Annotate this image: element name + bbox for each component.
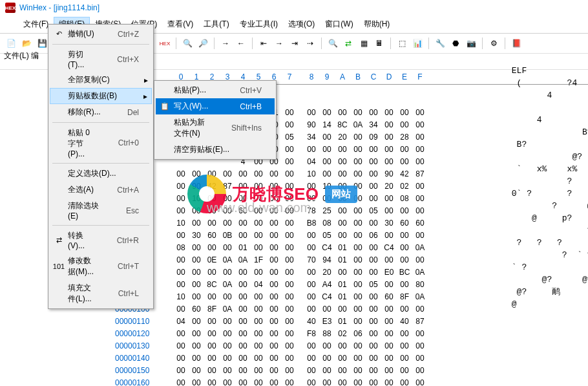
submenu-item[interactable]: 清空剪贴板(E)... (156, 142, 275, 158)
hex-row[interactable]: 0000016000000000000000000000000000000000 (115, 377, 588, 386)
ascii-panel: ELF ( ?4 4 ( 4 B? B? @? ` x% x% ? 0` 0` … (507, 65, 588, 359)
tool1-icon[interactable]: 🔧 (433, 36, 447, 50)
settings-icon[interactable]: ⚙ (487, 36, 501, 50)
goto-icon[interactable]: → (218, 36, 233, 50)
edit-menu: ↶撤销(U)Ctrl+Z剪切(T)...Ctrl+X全部复制(C)▸剪贴板数据(… (48, 24, 154, 309)
analyze-icon[interactable]: 📊 (410, 36, 425, 50)
submenu-item[interactable]: 📋写入(W)...Ctrl+B (156, 98, 275, 114)
menu-item[interactable]: 定义选块(D)... (50, 166, 152, 182)
nav4-icon[interactable]: ⇢ (303, 36, 317, 50)
sync-icon[interactable]: ⇄ (341, 36, 355, 50)
menu-item[interactable]: ↶撤销(U)Ctrl+Z (50, 26, 152, 42)
side-panel-header: 文件(L) 编 (4, 50, 39, 61)
help-book-icon[interactable]: 📕 (509, 36, 523, 50)
compare-icon[interactable]: 🔍 (326, 36, 340, 50)
save-icon[interactable]: 💾 (35, 36, 49, 50)
pos-icon[interactable]: ⬚ (395, 36, 409, 50)
find-hex-icon[interactable]: 🔎 (196, 36, 210, 50)
nav2-icon[interactable]: → (272, 36, 286, 50)
menu-4[interactable]: 查看(V) (162, 17, 198, 32)
menu-item[interactable]: 剪贴板数据(B)▸ (50, 88, 152, 104)
stop-icon[interactable]: ⬣ (448, 36, 463, 50)
open-folder-icon[interactable]: 📂 (19, 36, 34, 50)
camera-icon[interactable]: 📷 (464, 36, 478, 50)
menu-5[interactable]: 工具(T) (198, 17, 234, 32)
menu-item[interactable]: 全部复制(C)▸ (50, 72, 152, 88)
app-logo-icon: HEX (5, 3, 16, 13)
hex-icon[interactable]: HEX (158, 36, 172, 50)
new-file-icon[interactable]: 📄 (4, 36, 18, 50)
menu-item[interactable]: 粘贴 0 字节(P)...Ctrl+0 (50, 125, 152, 161)
clipboard-submenu: 粘贴(P)...Ctrl+V📋写入(W)...Ctrl+B粘贴为新文件(N)Sh… (154, 80, 277, 160)
menu-6[interactable]: 专业工具(I) (235, 17, 283, 32)
menu-item[interactable]: 移除(R)...Del (50, 104, 152, 120)
hex-row[interactable]: 0000015000000000000000000000000000000000 (115, 365, 588, 377)
nav3-icon[interactable]: ⇥ (288, 36, 302, 50)
menu-item[interactable]: 清除选块(E)Esc (50, 198, 152, 223)
menu-item[interactable]: 填充文件(L)...Ctrl+L (50, 280, 152, 307)
chip-icon[interactable]: ▦ (357, 36, 371, 50)
submenu-item[interactable]: 粘贴(P)...Ctrl+V (156, 82, 275, 98)
menu-7[interactable]: 选项(O) (283, 17, 320, 32)
menu-item[interactable]: 101修改数据(M)...Ctrl+T (50, 253, 152, 280)
calc-icon[interactable]: 🖩 (372, 36, 386, 50)
back-icon[interactable]: ← (234, 36, 248, 50)
submenu-item[interactable]: 粘贴为新文件(N)Shift+Ins (156, 114, 275, 142)
menu-item[interactable]: 剪切(T)...Ctrl+X (50, 47, 152, 72)
menu-9[interactable]: 帮助(H) (359, 17, 395, 32)
menu-8[interactable]: 窗口(W) (320, 17, 358, 32)
nav1-icon[interactable]: ⇤ (257, 36, 271, 50)
menu-item[interactable]: 全选(A)Ctrl+A (50, 182, 152, 198)
titlebar: HEX WinHex - [jing1114.bin] (0, 0, 588, 16)
menu-item[interactable]: ⇄转换(V)...Ctrl+R (50, 228, 152, 253)
window-title: WinHex - [jing1114.bin] (19, 3, 100, 12)
find-text-icon[interactable]: 🔍 (180, 36, 194, 50)
